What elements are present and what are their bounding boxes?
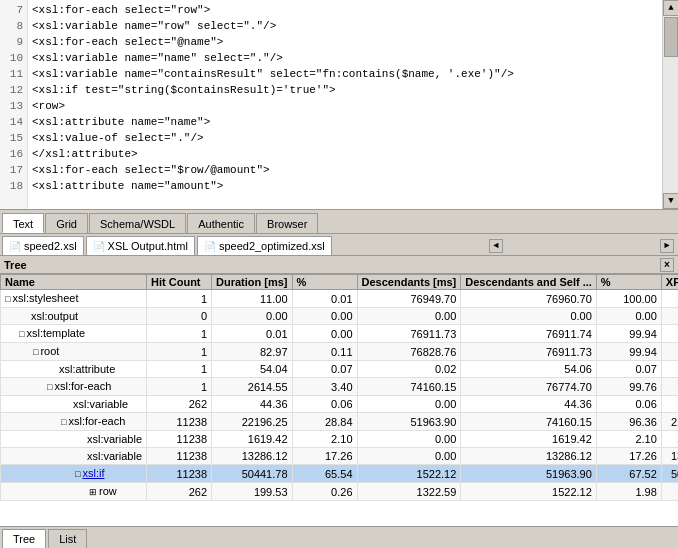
table-row[interactable]: □xsl:template10.010.0076911.7376911.7499… (1, 325, 679, 343)
expand-icon[interactable]: □ (5, 294, 10, 304)
tree-node-name[interactable]: ⊞row (1, 483, 147, 501)
col-xpath: XPath (661, 275, 678, 290)
bottom-tab-tree[interactable]: Tree (2, 529, 46, 548)
cell-6: 50330.88 (661, 465, 678, 483)
tab-authentic[interactable]: Authentic (187, 213, 255, 233)
cell-2: 28.84 (292, 413, 357, 431)
cell-4: 13286.12 (461, 448, 597, 465)
cell-4: 54.06 (461, 361, 597, 378)
cell-1: 2614.55 (212, 378, 293, 396)
table-row[interactable]: xsl:output00.000.000.000.000.000.00 (1, 308, 679, 325)
tree-node-name[interactable]: xsl:variable (1, 431, 147, 448)
cell-2: 0.26 (292, 483, 357, 501)
table-row[interactable]: xsl:variable26244.360.060.0044.360.0639.… (1, 396, 679, 413)
cell-3: 0.00 (357, 431, 461, 448)
scroll-thumb[interactable] (664, 17, 678, 57)
tree-node-name[interactable]: xsl:attribute (1, 361, 147, 378)
cell-3: 76911.73 (357, 325, 461, 343)
table-row[interactable]: □xsl:for-each1123822196.2528.8451963.907… (1, 413, 679, 431)
cell-0: 1 (147, 325, 212, 343)
file-tab-icon: 📄 (204, 241, 216, 252)
cell-5: 99.94 (596, 325, 661, 343)
scroll-track[interactable] (663, 16, 678, 193)
cell-4: 1522.12 (461, 483, 597, 501)
expand-icon[interactable]: □ (47, 382, 52, 392)
cell-6: 0.00 (661, 361, 678, 378)
cell-2: 0.11 (292, 343, 357, 361)
tree-table[interactable]: NameHit CountDuration [ms]%Descendants [… (0, 274, 678, 526)
tree-node-name[interactable]: xsl:variable (1, 396, 147, 413)
editor-scrollbar[interactable]: ▲ ▼ (662, 0, 678, 209)
cell-1: 54.04 (212, 361, 293, 378)
file-tab-2[interactable]: 📄speed2_optimized.xsl (197, 236, 332, 255)
node-label: xsl:if (82, 467, 104, 479)
node-label: xsl:variable (87, 433, 142, 445)
node-label: xsl:stylesheet (12, 292, 78, 304)
cell-0: 262 (147, 396, 212, 413)
bottom-tab-bar: TreeList (0, 526, 678, 548)
cell-5: 100.00 (596, 290, 661, 308)
table-row[interactable]: □xsl:if1123850441.7865.541522.1251963.90… (1, 465, 679, 483)
tree-node-name[interactable]: □xsl:if (1, 465, 147, 483)
tree-node-name[interactable]: □xsl:for-each (1, 413, 147, 431)
file-nav-left[interactable]: ◄ (489, 239, 503, 253)
cell-0: 11238 (147, 448, 212, 465)
cell-1: 22196.25 (212, 413, 293, 431)
table-row[interactable]: xsl:attribute154.040.070.0254.060.070.00 (1, 361, 679, 378)
cell-2: 0.06 (292, 396, 357, 413)
table-row[interactable]: □xsl:stylesheet111.000.0176949.7076960.7… (1, 290, 679, 308)
tree-node-name[interactable]: xsl:output (1, 308, 147, 325)
tree-node-name[interactable]: □root (1, 343, 147, 361)
cell-3: 1322.59 (357, 483, 461, 501)
tab-browser[interactable]: Browser (256, 213, 318, 233)
table-row[interactable]: □root182.970.1176828.7676911.7399.940.00 (1, 343, 679, 361)
cell-2: 0.07 (292, 361, 357, 378)
tree-node-name[interactable]: □xsl:template (1, 325, 147, 343)
tab-schema-wsdl[interactable]: Schema/WSDL (89, 213, 186, 233)
cell-6: 0.00 (661, 483, 678, 501)
file-tab-bar: 📄speed2.xsl📄XSL Output.html📄speed2_optim… (0, 234, 678, 256)
cell-5: 0.07 (596, 361, 661, 378)
tree-close-btn[interactable]: × (660, 258, 674, 272)
expand-icon[interactable]: □ (19, 329, 24, 339)
scroll-up-btn[interactable]: ▲ (663, 0, 678, 16)
expand-icon[interactable]: □ (61, 417, 66, 427)
cell-0: 11238 (147, 465, 212, 483)
cell-0: 11238 (147, 413, 212, 431)
cell-0: 0 (147, 308, 212, 325)
file-tab-0[interactable]: 📄speed2.xsl (2, 236, 84, 255)
node-label: xsl:variable (73, 398, 128, 410)
cell-4: 76774.70 (461, 378, 597, 396)
table-row[interactable]: xsl:variable1123813286.1217.260.0013286.… (1, 448, 679, 465)
bottom-tab-list[interactable]: List (48, 529, 87, 548)
tree-node-name[interactable]: □xsl:for-each (1, 378, 147, 396)
scroll-down-btn[interactable]: ▼ (663, 193, 678, 209)
cell-2: 2.10 (292, 431, 357, 448)
tab-text[interactable]: Text (2, 213, 44, 233)
cell-3: 0.00 (357, 448, 461, 465)
tab-grid[interactable]: Grid (45, 213, 88, 233)
cell-6: 0.00 (661, 308, 678, 325)
cell-6: 21573.19 (661, 413, 678, 431)
cell-1: 0.00 (212, 308, 293, 325)
cell-5: 0.00 (596, 308, 661, 325)
cell-1: 13286.12 (212, 448, 293, 465)
cell-0: 1 (147, 343, 212, 361)
table-row[interactable]: ⊞row262199.530.261322.591522.121.980.00 (1, 483, 679, 501)
file-tab-1[interactable]: 📄XSL Output.html (86, 236, 195, 255)
col-name: Name (1, 275, 147, 290)
node-label: xsl:variable (87, 450, 142, 462)
code-content[interactable]: <xsl:for-each select="row"> <xsl:variabl… (28, 0, 662, 209)
expand-icon[interactable]: □ (75, 469, 80, 479)
file-nav-right[interactable]: ► (660, 239, 674, 253)
cell-3: 0.02 (357, 361, 461, 378)
node-label: xsl:template (26, 327, 85, 339)
file-tab-icon: 📄 (93, 241, 105, 252)
table-row[interactable]: xsl:variable112381619.422.100.001619.422… (1, 431, 679, 448)
tree-node-name[interactable]: □xsl:stylesheet (1, 290, 147, 308)
table-row[interactable]: □xsl:for-each12614.553.4074160.1576774.7… (1, 378, 679, 396)
tree-node-name[interactable]: xsl:variable (1, 448, 147, 465)
expand-icon[interactable]: ⊞ (89, 487, 97, 497)
node-label: xsl:output (31, 310, 78, 322)
expand-icon[interactable]: □ (33, 347, 38, 357)
